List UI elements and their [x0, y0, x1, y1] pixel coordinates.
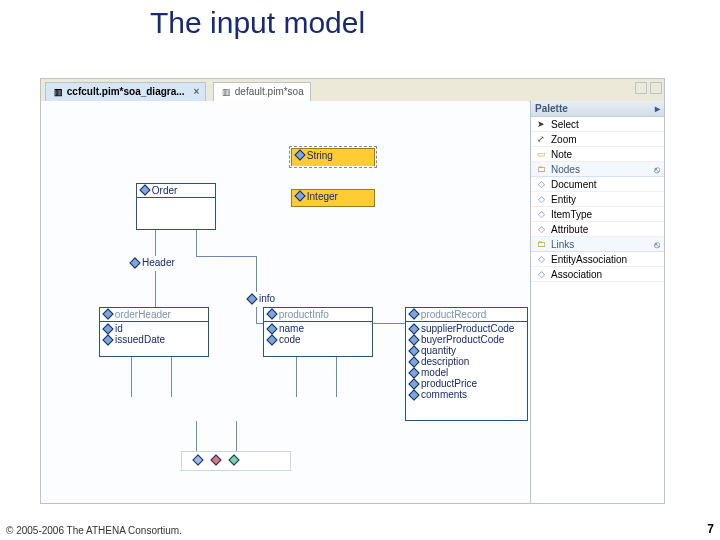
entity-icon: ◇	[535, 193, 547, 205]
attribute-icon	[408, 378, 419, 389]
node-productrecord-label: productRecord	[421, 309, 487, 320]
window-controls[interactable]	[635, 82, 662, 94]
edge	[256, 256, 257, 292]
tab-inactive[interactable]: ▥ default.pim*soa	[213, 82, 311, 101]
node-integer[interactable]: Integer	[291, 189, 375, 207]
node-string-label: String	[307, 150, 333, 161]
diagram-canvas[interactable]: String Integer Order	[41, 101, 529, 503]
itemtype-icon: ◇	[535, 208, 547, 220]
page-number: 7	[707, 522, 714, 536]
diamond-icon	[210, 454, 221, 465]
pin-icon[interactable]: ⎋	[654, 239, 660, 250]
entity-icon	[408, 308, 419, 319]
node-orderheader[interactable]: orderHeader id issuedDate	[99, 307, 209, 357]
palette-tool-zoom[interactable]: ⤢ Zoom	[531, 132, 664, 147]
palette-group-links[interactable]: 🗀 Links ⎋	[531, 237, 664, 252]
entity-icon	[102, 308, 113, 319]
zoom-icon: ⤢	[535, 133, 547, 145]
edge	[155, 271, 156, 307]
diamond-icon	[228, 454, 239, 465]
edge	[131, 357, 132, 397]
tab-inactive-label: default.pim*soa	[235, 86, 304, 97]
datatype-icon	[294, 190, 305, 201]
label-header[interactable]: Header	[131, 257, 175, 268]
palette-item-entity[interactable]: ◇ Entity	[531, 192, 664, 207]
folder-icon: 🗀	[535, 238, 547, 250]
edge	[296, 357, 297, 397]
footer-copyright: © 2005-2006 The ATHENA Consortium.	[6, 525, 182, 536]
folder-icon: 🗀	[535, 163, 547, 175]
palette-item-entityassociation[interactable]: ◇ EntityAssociation	[531, 252, 664, 267]
node-productinfo-label: productInfo	[279, 309, 329, 320]
tab-bar: ▥ ccfcult.pim*soa_diagra... × ▥ default.…	[41, 79, 664, 102]
node-order-label: Order	[152, 185, 178, 196]
palette-item-association[interactable]: ◇ Association	[531, 267, 664, 282]
tab-active-label: ccfcult.pim*soa_diagra...	[67, 86, 185, 97]
edge	[196, 256, 256, 257]
node-faded[interactable]	[181, 451, 291, 471]
edge	[171, 357, 172, 397]
note-icon: ▭	[535, 148, 547, 160]
pin-icon[interactable]: ⎋	[654, 164, 660, 175]
node-productrecord[interactable]: productRecord supplierProductCode buyerP…	[405, 307, 528, 421]
node-orderheader-label: orderHeader	[115, 309, 171, 320]
palette-tool-select[interactable]: ➤ Select	[531, 117, 664, 132]
document-icon: ◇	[535, 178, 547, 190]
node-string[interactable]: String	[291, 148, 375, 166]
palette-item-document[interactable]: ◇ Document	[531, 177, 664, 192]
attribute-icon	[129, 257, 140, 268]
attribute-icon	[408, 323, 419, 334]
attribute-icon	[266, 323, 277, 334]
node-integer-label: Integer	[307, 191, 338, 202]
minimize-icon[interactable]	[635, 82, 647, 94]
attribute-icon	[102, 334, 113, 345]
palette-item-itemtype[interactable]: ◇ ItemType	[531, 207, 664, 222]
palette-tool-note[interactable]: ▭ Note	[531, 147, 664, 162]
attribute-icon	[266, 334, 277, 345]
edge	[236, 421, 237, 451]
attribute-icon	[408, 389, 419, 400]
attribute-icon	[408, 367, 419, 378]
palette-panel: Palette ▸ ➤ Select ⤢ Zoom ▭ Note 🗀 Nodes…	[530, 101, 664, 503]
tab-icon: ▥	[220, 86, 232, 98]
attribute-icon: ◇	[535, 223, 547, 235]
edge	[196, 230, 197, 256]
chevron-right-icon[interactable]: ▸	[655, 103, 660, 114]
edge	[196, 421, 197, 451]
link-icon: ◇	[535, 253, 547, 265]
tab-active[interactable]: ▥ ccfcult.pim*soa_diagra... ×	[45, 82, 206, 101]
link-icon: ◇	[535, 268, 547, 280]
edge	[155, 230, 156, 256]
datatype-icon	[294, 149, 305, 160]
attribute-icon	[246, 293, 257, 304]
maximize-icon[interactable]	[650, 82, 662, 94]
attribute-icon	[408, 356, 419, 367]
palette-title: Palette ▸	[531, 101, 664, 117]
attribute-icon	[102, 323, 113, 334]
node-productinfo[interactable]: productInfo name code	[263, 307, 373, 357]
label-info[interactable]: info	[248, 293, 275, 304]
edge	[256, 307, 257, 323]
palette-group-nodes[interactable]: 🗀 Nodes ⎋	[531, 162, 664, 177]
slide-title: The input model	[150, 6, 365, 40]
palette-item-attribute[interactable]: ◇ Attribute	[531, 222, 664, 237]
attribute-icon	[408, 345, 419, 356]
tab-icon: ▥	[52, 86, 64, 98]
diamond-icon	[192, 454, 203, 465]
close-icon[interactable]: ×	[193, 86, 199, 97]
editor-window: ▥ ccfcult.pim*soa_diagra... × ▥ default.…	[40, 78, 665, 504]
entity-icon	[139, 184, 150, 195]
attribute-icon	[408, 334, 419, 345]
node-order[interactable]: Order	[136, 183, 216, 230]
entity-icon	[266, 308, 277, 319]
cursor-icon: ➤	[535, 118, 547, 130]
edge	[336, 357, 337, 397]
